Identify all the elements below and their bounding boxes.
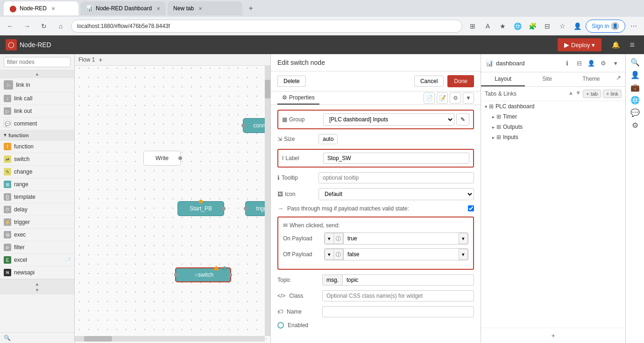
tree-item-inputs[interactable]: ▸ ⊞ Inputs: [488, 132, 625, 142]
back-button[interactable]: ←: [4, 20, 17, 33]
tree-item-plc[interactable]: ▾ ⊞ PLC dashboard: [481, 101, 625, 112]
home-button[interactable]: ⌂: [54, 20, 67, 33]
trigger-port-left[interactable]: [244, 207, 248, 210]
bookmark-button[interactable]: ☆: [556, 20, 569, 33]
node-item-link-out[interactable]: ▷ link out: [0, 105, 74, 118]
on-payload-info-btn[interactable]: ⓘ: [334, 233, 343, 244]
tree-item-outputs[interactable]: ▸ ⊞ Outputs: [488, 122, 625, 132]
favorites-button[interactable]: ★: [496, 20, 509, 33]
topic-type-btn[interactable]: msg.: [323, 275, 343, 285]
filter-nodes-input[interactable]: [4, 57, 71, 67]
on-payload-value-input[interactable]: [343, 233, 459, 244]
name-input[interactable]: [322, 306, 474, 317]
extensions-button[interactable]: ⊞: [466, 20, 479, 33]
tree-item-timer[interactable]: ▸ ⊞ Timer: [488, 112, 625, 122]
scroll-down-btn[interactable]: ▼: [35, 287, 40, 293]
right-chat-icon[interactable]: 💬: [630, 108, 640, 117]
dashboard-layout-icon[interactable]: ⊟: [574, 58, 584, 68]
canvas-content[interactable]: Write connected Start_PB trigger 250ms: [75, 66, 270, 342]
profile-button[interactable]: 👤: [571, 20, 584, 33]
nr-menu-button[interactable]: ≡: [626, 38, 638, 52]
deploy-button[interactable]: ▶ Deploy ▾: [558, 38, 602, 51]
node-item-trigger[interactable]: ⚡ trigger: [0, 216, 74, 229]
tab-icon-description[interactable]: 📝: [437, 92, 448, 104]
node-category-function[interactable]: ▾ function: [0, 130, 74, 140]
group-edit-button[interactable]: ✎: [456, 113, 469, 126]
tab-nodered[interactable]: ⬤ Node-RED ✕: [4, 1, 78, 15]
size-button[interactable]: auto: [318, 134, 338, 144]
dashboard-external-link[interactable]: ↗: [613, 72, 623, 83]
tab-nodered-close[interactable]: ✕: [51, 6, 55, 11]
node-item-comment[interactable]: 💬 comment: [0, 118, 74, 130]
node-item-template[interactable]: {} template: [0, 191, 74, 203]
right-settings-bottom[interactable]: ⚙: [632, 121, 638, 130]
node-item-switch[interactable]: ⇄ switch: [0, 153, 74, 166]
icon-select[interactable]: DefaultNoneCustom: [318, 188, 474, 200]
account-button[interactable]: A: [481, 20, 494, 33]
cancel-button[interactable]: Cancel: [414, 76, 444, 87]
tab-theme[interactable]: Theme: [569, 72, 613, 86]
add-tab-button[interactable]: + tab: [583, 90, 601, 98]
tab-icon-settings[interactable]: ⚙: [450, 92, 461, 104]
right-globe-icon[interactable]: 🌐: [630, 96, 640, 105]
node-write[interactable]: Write: [143, 151, 181, 166]
dashboard-collapse-icon[interactable]: ▾: [610, 58, 621, 68]
canvas-scroll-thumb-v[interactable]: [265, 80, 270, 98]
done-button[interactable]: Done: [447, 75, 474, 87]
node-item-exec[interactable]: ⚙ exec: [0, 229, 74, 241]
dashboard-info-icon[interactable]: ℹ: [562, 58, 572, 68]
right-search-icon[interactable]: 🔍: [630, 58, 640, 67]
node-switch-selected[interactable]: ○ switch: [175, 267, 231, 282]
tab-icon-collapse[interactable]: ▼: [463, 92, 474, 104]
class-input[interactable]: [322, 290, 474, 301]
node-item-range[interactable]: ⊞ range: [0, 178, 74, 191]
passthrough-checkbox[interactable]: [468, 205, 474, 211]
sort-down-icon[interactable]: ▼: [575, 90, 581, 98]
dashboard-user-icon[interactable]: 👤: [586, 58, 596, 68]
tooltip-input[interactable]: [318, 172, 474, 183]
node-connected-port-left[interactable]: [241, 124, 245, 127]
canvas-area[interactable]: Flow 1 + Write connected Start_PB: [75, 54, 270, 343]
node-item-delay[interactable]: ⏱ delay: [0, 203, 74, 216]
node-item-function[interactable]: f function: [0, 140, 74, 153]
group-select[interactable]: [PLC dashboard] Inputs[PLC dashboard] Ou…: [323, 113, 454, 126]
scroll-up-btn[interactable]: ▲: [35, 281, 40, 287]
node-item-excel[interactable]: E excel 📄: [0, 254, 74, 266]
node-startpb-port-right[interactable]: [222, 207, 226, 210]
add-button[interactable]: +: [485, 332, 622, 339]
right-briefcase-icon[interactable]: 💼: [630, 83, 640, 92]
node-startpb[interactable]: Start_PB: [177, 201, 224, 216]
node-item-change[interactable]: ✎ change: [0, 166, 74, 178]
tab-layout[interactable]: Layout: [481, 72, 525, 86]
tab-dashboard[interactable]: 📊 Node-RED Dashboard ✕: [80, 1, 166, 15]
new-tab-button[interactable]: +: [244, 2, 257, 15]
puzzle-button[interactable]: 🧩: [526, 20, 539, 33]
tab-newtab-close[interactable]: ✕: [198, 6, 202, 11]
switch-port-right[interactable]: [228, 273, 232, 277]
wallet-button[interactable]: 🌐: [511, 20, 524, 33]
off-payload-type-btn[interactable]: ▾: [325, 249, 334, 260]
sidebar-button[interactable]: ⊟: [541, 20, 554, 33]
right-person-icon[interactable]: 👤: [630, 70, 640, 79]
more-button[interactable]: ⋯: [627, 20, 640, 33]
node-item-newsapi[interactable]: N newsapi: [0, 266, 74, 279]
tab-site[interactable]: Site: [525, 72, 569, 86]
address-bar[interactable]: localhost:1880/#flow/476b5e78.8443f: [71, 20, 462, 33]
tab-dashboard-close[interactable]: ✕: [156, 6, 160, 11]
sign-in-button[interactable]: Sign in 👤: [586, 20, 625, 33]
tab-newtab[interactable]: New tab ✕: [168, 1, 242, 15]
canvas-scrollbar-horizontal[interactable]: [75, 336, 265, 342]
canvas-scroll-thumb-h[interactable]: [84, 336, 112, 342]
on-payload-type-btn[interactable]: ▾: [325, 233, 334, 244]
dashboard-settings-icon[interactable]: ⚙: [598, 58, 609, 68]
switch-port-left[interactable]: [174, 273, 178, 277]
off-payload-down-btn[interactable]: ▾: [459, 249, 468, 260]
off-payload-info-btn[interactable]: ⓘ: [334, 249, 343, 260]
node-item-filter[interactable]: ⊳ filter: [0, 241, 74, 254]
sort-up-icon[interactable]: ▲: [568, 90, 573, 98]
notification-button[interactable]: 🔔: [609, 38, 622, 51]
node-write-port-right[interactable]: [178, 156, 182, 160]
tab-properties[interactable]: ⚙ Properties: [277, 91, 319, 105]
node-item-link-in[interactable]: ▷ link in: [0, 78, 74, 92]
forward-button[interactable]: →: [21, 20, 34, 33]
